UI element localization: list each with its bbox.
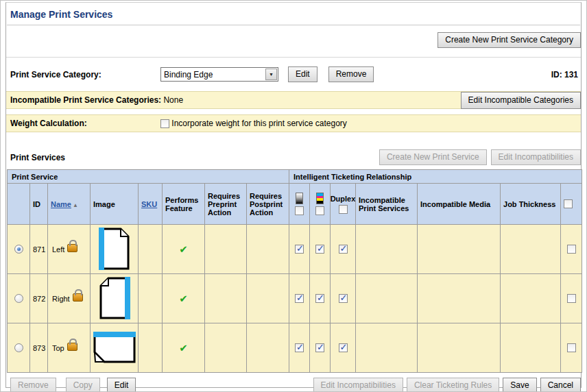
select-all-rows-checkbox[interactable] xyxy=(564,199,573,208)
sku-sort-link[interactable]: SKU xyxy=(141,200,157,208)
lock-icon xyxy=(73,293,83,302)
print-service-name: Top xyxy=(52,344,64,352)
duplex-select-all-checkbox[interactable] xyxy=(339,205,348,214)
remove-category-button[interactable]: Remove xyxy=(328,66,374,82)
edit-category-button[interactable]: Edit xyxy=(288,66,318,82)
select-all-column-header xyxy=(561,184,582,225)
sort-ascending-icon: ▲ xyxy=(73,202,78,208)
requires-postprint-column-header: Requires Postprint Action xyxy=(247,184,289,225)
cell-sku xyxy=(139,323,163,373)
table-row-top: 873 Top xyxy=(8,323,582,373)
remove-print-service-button: Remove xyxy=(10,378,56,392)
cell-requires-postprint xyxy=(247,274,289,323)
color-checkbox[interactable] xyxy=(315,245,324,254)
incompatible-categories-label: Incompatible Print Service Categories: xyxy=(10,95,161,105)
edit-print-service-button[interactable]: Edit xyxy=(107,378,136,392)
table-row-right: 872 Right xyxy=(8,274,582,323)
row-select-radio[interactable] xyxy=(14,245,23,254)
print-services-table: Print Service Intelligent Ticketing Rela… xyxy=(7,169,582,373)
cell-performs-feature xyxy=(163,225,205,274)
black-and-white-column-header xyxy=(289,184,310,225)
performs-feature-column-header: Performs Feature xyxy=(163,184,205,225)
cell-requires-postprint xyxy=(247,225,289,274)
duplex-column-header: Duplex xyxy=(331,184,356,225)
bw-select-all-checkbox[interactable] xyxy=(295,206,304,215)
create-new-print-service-category-button[interactable]: Create New Print Service Category xyxy=(438,32,581,48)
page-frame: Manage Print Services Create New Print S… xyxy=(5,2,582,388)
cell-incompatible-media xyxy=(418,225,501,274)
green-check-icon xyxy=(179,293,188,304)
row-checkbox[interactable] xyxy=(567,294,576,303)
row-checkbox[interactable] xyxy=(567,245,576,254)
save-button[interactable]: Save xyxy=(503,378,536,392)
row-select-radio[interactable] xyxy=(14,294,23,303)
group-header-ticketing-relationship: Intelligent Ticketing Relationship xyxy=(289,170,582,184)
black-and-white-icon xyxy=(296,193,303,204)
lock-icon xyxy=(67,244,77,252)
cell-incompatible-print-services xyxy=(356,225,418,274)
edit-incompatible-categories-button[interactable]: Edit Incompatible Categories xyxy=(461,92,581,109)
duplex-checkbox[interactable] xyxy=(339,343,348,352)
color-checkbox[interactable] xyxy=(315,294,324,303)
copy-print-service-button: Copy xyxy=(66,378,100,392)
name-sort-link[interactable]: Name xyxy=(51,200,71,208)
cell-sku xyxy=(139,225,163,274)
sku-column-header: SKU xyxy=(139,184,163,225)
color-column-header xyxy=(310,184,331,225)
image-column-header: Image xyxy=(91,184,139,225)
color-cmyk-icon xyxy=(316,193,324,204)
cell-incompatible-print-services xyxy=(356,274,418,323)
job-thickness-column-header: Job Thickness xyxy=(501,184,561,225)
color-checkbox[interactable] xyxy=(315,343,324,352)
window: Manage Print Services Create New Print S… xyxy=(0,0,587,392)
page-binding-right-icon xyxy=(99,277,130,319)
duplex-checkbox[interactable] xyxy=(339,245,348,254)
cell-incompatible-media xyxy=(418,274,501,323)
bw-checkbox[interactable] xyxy=(295,245,304,254)
cell-image xyxy=(91,274,139,323)
cell-sku xyxy=(139,274,163,323)
category-select[interactable]: Binding Edge ▼ xyxy=(160,67,278,82)
cell-image xyxy=(91,323,139,373)
cell-requires-preprint xyxy=(205,323,247,373)
category-select-value: Binding Edge xyxy=(164,70,265,79)
green-check-icon xyxy=(179,243,188,255)
name-column-header: Name▲ xyxy=(48,184,91,225)
cell-requires-postprint xyxy=(247,323,289,373)
cell-job-thickness xyxy=(501,225,561,274)
print-service-name: Right xyxy=(52,295,70,303)
cell-performs-feature xyxy=(163,323,205,373)
incompatible-categories-band: Incompatible Print Service Categories: N… xyxy=(6,91,581,109)
color-select-all-checkbox[interactable] xyxy=(315,206,324,215)
weight-checkbox-label: Incorporate weight for this print servic… xyxy=(171,119,346,128)
cancel-button[interactable]: Cancel xyxy=(540,378,581,392)
green-check-icon xyxy=(179,342,188,354)
chevron-down-icon[interactable]: ▼ xyxy=(265,69,277,80)
cell-id: 873 xyxy=(30,323,48,373)
cell-incompatible-media xyxy=(418,323,501,373)
weight-calculation-label: Weight Calculation: xyxy=(10,119,160,128)
row-select-radio[interactable] xyxy=(14,343,23,352)
create-new-print-service-button: Create New Print Service xyxy=(379,149,487,165)
row-checkbox[interactable] xyxy=(567,343,576,352)
clear-ticketing-rules-button: Clear Ticketing Rules xyxy=(407,378,499,392)
cell-id: 872 xyxy=(30,274,48,323)
weight-checkbox[interactable] xyxy=(160,119,169,128)
bw-checkbox[interactable] xyxy=(295,294,304,303)
cell-name: Left xyxy=(48,225,91,274)
id-column-header: ID xyxy=(30,184,48,225)
table-row-left: 871 Left xyxy=(8,225,582,274)
cell-incompatible-print-services xyxy=(356,323,418,373)
print-services-section-label: Print Services xyxy=(10,153,65,162)
category-section: Print Service Category: Binding Edge ▼ E… xyxy=(6,57,581,132)
incompatible-categories-value: None xyxy=(163,95,183,105)
cell-job-thickness xyxy=(501,323,561,373)
incompatible-print-services-column-header: Incompatible Print Services xyxy=(356,184,418,225)
duplex-checkbox[interactable] xyxy=(339,294,348,303)
cell-requires-preprint xyxy=(205,274,247,323)
category-id-value: ID: 131 xyxy=(551,70,578,79)
table-column-header-row: ID Name▲ Image SKU Performs Feature Requ… xyxy=(8,184,582,225)
bw-checkbox[interactable] xyxy=(295,343,304,352)
table-group-header-row: Print Service Intelligent Ticketing Rela… xyxy=(8,170,582,184)
page-binding-top-icon xyxy=(93,331,136,364)
